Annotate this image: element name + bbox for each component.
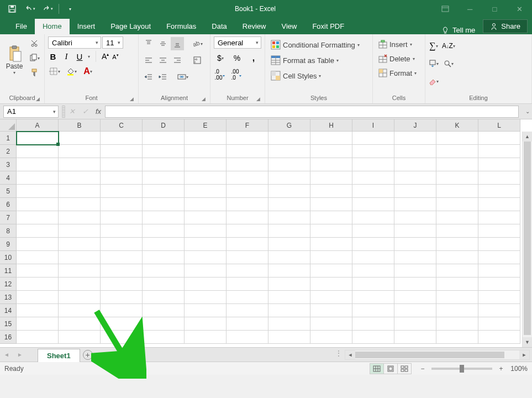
cell-L8[interactable] (478, 224, 520, 238)
cell-F7[interactable] (227, 211, 268, 224)
row-header-8[interactable]: 8 (0, 224, 17, 238)
format-painter-button[interactable] (28, 66, 41, 79)
grow-font-button[interactable]: A▴ (102, 52, 109, 61)
cell-E5[interactable] (185, 185, 227, 198)
cell-E14[interactable] (185, 304, 227, 317)
cell-E11[interactable] (185, 264, 227, 277)
maximize-button[interactable]: □ (482, 0, 507, 18)
merge-center-button[interactable]: ▾ (176, 70, 189, 83)
cell-I14[interactable] (352, 304, 394, 317)
cell-H4[interactable] (310, 171, 352, 185)
cell-H8[interactable] (310, 224, 352, 238)
cell-H7[interactable] (310, 211, 352, 224)
cell-K13[interactable] (436, 291, 478, 304)
cell-K15[interactable] (436, 317, 478, 331)
cell-C6[interactable] (101, 198, 143, 211)
cell-G15[interactable] (268, 317, 310, 331)
font-color-button[interactable]: A▾ (81, 65, 94, 78)
cell-C14[interactable] (101, 304, 143, 317)
sheet-nav-prev[interactable]: ◄ (0, 348, 13, 362)
cell-I13[interactable] (352, 291, 394, 304)
cell-B14[interactable] (59, 304, 101, 317)
cell-H1[interactable] (310, 132, 352, 145)
cell-B3[interactable] (59, 158, 101, 171)
cell-L16[interactable] (478, 331, 520, 344)
cell-D12[interactable] (143, 277, 185, 291)
cell-L6[interactable] (478, 198, 520, 211)
cell-K9[interactable] (436, 238, 478, 251)
cell-I8[interactable] (352, 224, 394, 238)
sort-filter-button[interactable]: A↓Z▾ (442, 39, 455, 53)
column-header-B[interactable]: B (59, 119, 101, 132)
cell-B12[interactable] (59, 277, 101, 291)
zoom-slider[interactable] (431, 368, 492, 370)
column-header-L[interactable]: L (478, 119, 520, 132)
tab-formulas[interactable]: Formulas (159, 19, 204, 34)
row-header-16[interactable]: 16 (0, 331, 17, 344)
cell-F9[interactable] (227, 238, 268, 251)
cell-J11[interactable] (394, 264, 436, 277)
clear-button[interactable]: ▾ (429, 75, 439, 88)
cell-A10[interactable] (17, 251, 59, 264)
cell-L14[interactable] (478, 304, 520, 317)
scroll-down-button[interactable]: ▼ (523, 337, 532, 347)
shrink-font-button[interactable]: A▾ (112, 53, 118, 60)
cell-K4[interactable] (436, 171, 478, 185)
cell-K5[interactable] (436, 185, 478, 198)
cell-D5[interactable] (143, 185, 185, 198)
cut-button[interactable] (28, 37, 41, 50)
redo-button[interactable]: ▾ (40, 2, 55, 15)
cell-K11[interactable] (436, 264, 478, 277)
number-format-combo[interactable]: General (214, 36, 261, 49)
cell-D13[interactable] (143, 291, 185, 304)
align-center-button[interactable] (156, 54, 170, 67)
cell-L10[interactable] (478, 251, 520, 264)
cell-I1[interactable] (352, 132, 394, 145)
cell-C9[interactable] (101, 238, 143, 251)
cell-C12[interactable] (101, 277, 143, 291)
select-all-corner[interactable] (0, 119, 17, 132)
column-header-H[interactable]: H (310, 119, 352, 132)
cell-K3[interactable] (436, 158, 478, 171)
cell-A9[interactable] (17, 238, 59, 251)
cell-G8[interactable] (268, 224, 310, 238)
conditional-formatting-button[interactable]: Conditional Formatting▾ (268, 39, 369, 51)
cell-L13[interactable] (478, 291, 520, 304)
font-size-combo[interactable]: 11 (102, 36, 123, 49)
tab-scroll-splitter[interactable] (335, 349, 343, 360)
cell-J5[interactable] (394, 185, 436, 198)
column-header-E[interactable]: E (185, 119, 227, 132)
cell-D4[interactable] (143, 171, 185, 185)
decrease-indent-button[interactable] (142, 70, 155, 83)
cell-D9[interactable] (143, 238, 185, 251)
cell-G10[interactable] (268, 251, 310, 264)
cell-L1[interactable] (478, 132, 520, 145)
cell-F16[interactable] (227, 331, 268, 344)
cell-F13[interactable] (227, 291, 268, 304)
cell-J15[interactable] (394, 317, 436, 331)
cell-H13[interactable] (310, 291, 352, 304)
cell-E16[interactable] (185, 331, 227, 344)
row-header-13[interactable]: 13 (0, 291, 17, 304)
fill-color-button[interactable]: ▾ (65, 65, 78, 78)
cell-C10[interactable] (101, 251, 143, 264)
tab-foxit-pdf[interactable]: Foxit PDF (304, 19, 352, 34)
cell-K12[interactable] (436, 277, 478, 291)
scroll-left-button[interactable]: ◄ (345, 350, 355, 359)
cell-G1[interactable] (268, 132, 310, 145)
cell-J10[interactable] (394, 251, 436, 264)
cell-E2[interactable] (185, 145, 227, 158)
cell-G5[interactable] (268, 185, 310, 198)
find-select-button[interactable]: ▾ (442, 57, 455, 70)
vertical-scrollbar[interactable]: ▲ ▼ (522, 132, 532, 347)
cell-H6[interactable] (310, 198, 352, 211)
scroll-right-button[interactable]: ► (519, 350, 529, 359)
number-launcher[interactable]: ◢ (256, 95, 260, 103)
tab-insert[interactable]: Insert (70, 19, 103, 34)
tab-home[interactable]: Home (35, 19, 70, 34)
cell-B2[interactable] (59, 145, 101, 158)
cell-F1[interactable] (227, 132, 268, 145)
bold-button[interactable]: B (48, 52, 58, 61)
column-header-J[interactable]: J (394, 119, 436, 132)
cell-F10[interactable] (227, 251, 268, 264)
